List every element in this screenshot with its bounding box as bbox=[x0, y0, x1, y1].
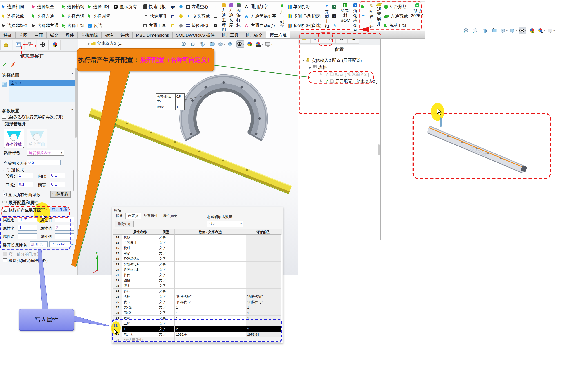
chevron-down-icon[interactable]: ▾ bbox=[506, 30, 507, 32]
unfold-length-name-input[interactable] bbox=[30, 241, 48, 247]
toolbar-button[interactable]: 方通剪裁 bbox=[384, 11, 408, 21]
toolbar-icon-button[interactable] bbox=[213, 21, 219, 30]
attr-value-input[interactable] bbox=[55, 233, 74, 239]
property-value-cell[interactable] bbox=[175, 278, 246, 283]
coeff-type-dropdown[interactable]: 弯管机K因子 ▾ bbox=[27, 150, 64, 156]
property-value-cell[interactable]: "图样代号" bbox=[175, 299, 246, 305]
monitor-icon[interactable]: ▾ bbox=[547, 27, 555, 34]
mag-icon[interactable] bbox=[472, 27, 479, 34]
toolbar-button[interactable]: 多侧打标[多选] bbox=[287, 21, 322, 30]
property-row[interactable]: 23版本文字 bbox=[113, 283, 282, 289]
attr-name-input[interactable] bbox=[18, 217, 37, 222]
toolbar-button[interactable]: 反选 bbox=[87, 21, 111, 30]
property-row[interactable]: 30工序文字 bbox=[113, 321, 282, 327]
toolbar-button[interactable]: 选择槽钢 bbox=[62, 2, 85, 11]
gen-config-checkbox[interactable] bbox=[3, 208, 7, 212]
property-row[interactable]: 311文字22 bbox=[113, 327, 282, 332]
bom-quantity-dropdown[interactable]: -无- ▾ bbox=[207, 221, 243, 227]
toolbar-button[interactable]: 矩管 展开 bbox=[377, 2, 381, 27]
toolbar-button[interactable]: 多侧打标[指定] bbox=[287, 11, 322, 21]
config-tree-item[interactable]: ▶表格 bbox=[300, 64, 379, 71]
property-value-cell[interactable]: "图样名称" bbox=[175, 294, 246, 299]
ok-button[interactable]: ✓ bbox=[2, 61, 7, 68]
toolbar-button[interactable]: ▼异型 卡扣 bbox=[324, 2, 329, 29]
slot-width-input[interactable] bbox=[50, 182, 65, 187]
tab-特征[interactable]: 特征 bbox=[0, 32, 16, 38]
property-row[interactable]: 22图幅文字 bbox=[113, 278, 282, 283]
style-icon[interactable]: ▾ bbox=[509, 27, 517, 34]
property-row[interactable]: 14校核文字 bbox=[113, 235, 282, 240]
property-value-cell[interactable] bbox=[175, 245, 246, 251]
mode-multi-button[interactable]: 多个连续 bbox=[4, 129, 24, 148]
delete-button[interactable]: 删除(D) bbox=[115, 221, 134, 228]
toolbar-button[interactable]: A通用刻字 bbox=[244, 2, 277, 11]
property-value-cell[interactable] bbox=[175, 289, 246, 294]
mode-single-button[interactable]: 单个弯曲 bbox=[27, 129, 47, 148]
property-row[interactable]: 15主管设计文字 bbox=[113, 240, 282, 245]
toolbar-icon-button[interactable] bbox=[179, 11, 183, 21]
property-value-cell[interactable] bbox=[175, 251, 246, 256]
tab-博士工具[interactable]: 博士工具 bbox=[218, 32, 242, 38]
dialog-tab-摘要[interactable]: 摘要 bbox=[113, 213, 126, 219]
toolbar-button[interactable]: 选择圆管 bbox=[87, 11, 111, 21]
toolbar-button[interactable]: 帮助 2025.1 bbox=[411, 2, 424, 18]
collapse-chevron-icon[interactable]: ⌃ bbox=[71, 108, 74, 113]
toolbar-button[interactable]: 圆管 打标 bbox=[236, 2, 241, 28]
property-row[interactable]: 25名称文字"图样名称""图样名称" bbox=[113, 294, 282, 299]
property-row[interactable]: 18阶段标记S文字 bbox=[113, 256, 282, 262]
property-value-cell[interactable] bbox=[175, 337, 246, 343]
show-all-coeff-checkbox[interactable] bbox=[3, 193, 7, 196]
property-row[interactable]: 26代号文字"图样代号""图样代号" bbox=[113, 299, 282, 305]
toolbar-button[interactable]: A方通自动刻字 bbox=[244, 21, 277, 30]
dialog-tab-自定义[interactable]: 自定义 bbox=[126, 213, 141, 219]
property-row[interactable]: 29数量文字11 bbox=[113, 316, 282, 321]
toolbar-button[interactable]: 选择工钢 bbox=[62, 21, 85, 30]
property-row[interactable]: 32展开长文字1956.641956.64 bbox=[113, 332, 282, 337]
property-value-cell[interactable] bbox=[175, 256, 246, 262]
toolbar-icon-button[interactable] bbox=[179, 2, 183, 11]
property-value-cell[interactable] bbox=[175, 240, 246, 245]
toolbar-button[interactable]: 选择H钢 bbox=[87, 2, 111, 11]
property-row[interactable]: 24备注文字 bbox=[113, 289, 282, 294]
toolbar-button[interactable]: 选择镜像 bbox=[1, 11, 29, 21]
toolbar-icon-button[interactable] bbox=[170, 21, 176, 30]
scope-section-header[interactable]: 选择范围 bbox=[2, 72, 19, 78]
inner-r-input[interactable] bbox=[50, 173, 65, 178]
property-row[interactable]: 28第x张文字11 bbox=[113, 310, 282, 316]
tab-钣金[interactable]: 钣金 bbox=[46, 32, 62, 38]
chevron-down-icon[interactable]: ▾ bbox=[516, 30, 517, 32]
toolbar-button[interactable]: 方通工具 bbox=[143, 21, 168, 30]
config-tree-item[interactable]: ✓默认 [ 实体输入2 ] bbox=[300, 71, 379, 78]
collapse-chevron-icon[interactable]: ⌃ bbox=[71, 72, 74, 78]
toolbar-icon-button[interactable] bbox=[179, 21, 183, 30]
tab-display-manager[interactable] bbox=[49, 40, 61, 50]
toolbar-button[interactable]: A方通简易刻字 bbox=[244, 11, 277, 21]
toolbar-button[interactable]: 快速门板 bbox=[143, 2, 168, 11]
tab-博士方通[interactable]: 博士方通 bbox=[266, 31, 290, 38]
toolbar-icon-button[interactable]: igs bbox=[170, 2, 176, 11]
toolbar-button[interactable]: 选择非方通 bbox=[32, 21, 59, 30]
hole-deform-checkbox[interactable] bbox=[3, 252, 7, 256]
property-row[interactable]: 20阶段标记B文字 bbox=[113, 267, 282, 273]
attr-name-input[interactable] bbox=[18, 225, 37, 231]
property-row[interactable]: 27共x张文字11 bbox=[113, 305, 282, 310]
toolbar-button[interactable]: 方通空心 bbox=[186, 2, 210, 11]
unfolded-model-view[interactable]: 博士方通 bbox=[380, 32, 588, 279]
unfold-section-header[interactable]: 展开配置和属性 bbox=[9, 200, 38, 206]
chevron-down-icon[interactable]: ▾ bbox=[544, 30, 545, 32]
attr-value-input[interactable] bbox=[55, 225, 74, 231]
dialog-tab-属性摘要[interactable]: 属性摘要 bbox=[160, 213, 180, 219]
gap-input[interactable] bbox=[18, 182, 33, 187]
property-value-cell[interactable]: 1 bbox=[175, 310, 246, 316]
property-value-cell[interactable] bbox=[175, 283, 246, 289]
tab-曲面[interactable]: 曲面 bbox=[31, 32, 47, 38]
tab-博士钣金[interactable]: 博士钣金 bbox=[242, 32, 266, 38]
toolbar-icon-button[interactable] bbox=[332, 11, 338, 21]
tab-configuration-manager[interactable] bbox=[25, 40, 36, 50]
toolbar-icon-button[interactable] bbox=[213, 11, 219, 21]
toolbar-button[interactable]: 选择方通 bbox=[32, 11, 59, 21]
params-section-header[interactable]: 参数设置 bbox=[2, 108, 19, 114]
tab-dimxpert[interactable] bbox=[37, 40, 49, 50]
expander-icon[interactable]: ▼ bbox=[302, 59, 305, 62]
toolbar-icon-button[interactable] bbox=[360, 2, 366, 11]
